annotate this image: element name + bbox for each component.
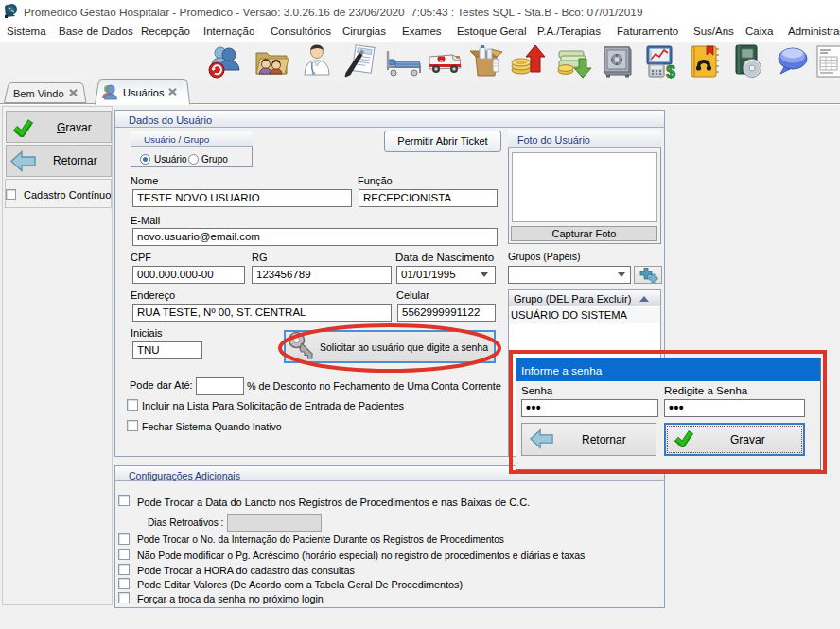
- svg-text:$: $: [666, 62, 675, 79]
